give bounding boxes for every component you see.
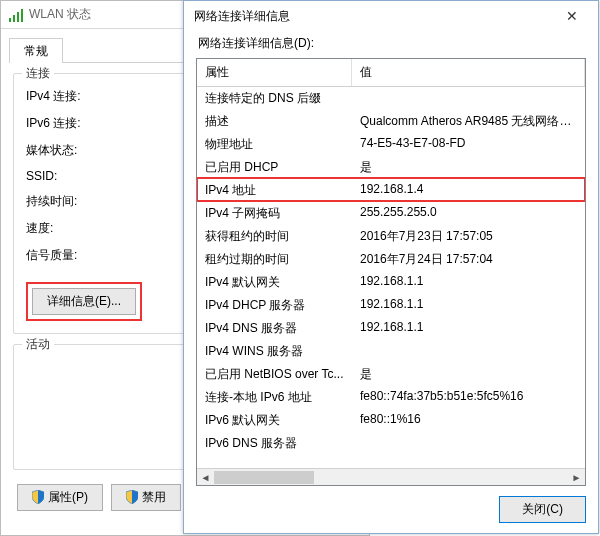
table-row[interactable]: IPv6 DNS 服务器 — [197, 432, 585, 455]
row-property: IPv4 DNS 服务器 — [197, 320, 352, 337]
row-value: 2016年7月23日 17:57:05 — [352, 228, 585, 245]
row-value: 192.168.1.1 — [352, 297, 585, 314]
details-caption: 网络连接详细信息(D): — [198, 35, 586, 52]
label-media-state: 媒体状态: — [26, 142, 116, 159]
dialog-titlebar: 网络连接详细信息 ✕ — [184, 1, 598, 31]
row-value: 192.168.1.1 — [352, 274, 585, 291]
row-value — [352, 90, 585, 107]
row-value: Qualcomm Atheros AR9485 无线网络适配 — [352, 113, 585, 130]
row-value: 是 — [352, 159, 585, 176]
row-value — [352, 343, 585, 360]
row-value — [352, 435, 585, 452]
listview-header: 属性 值 — [197, 59, 585, 87]
tab-general[interactable]: 常规 — [9, 38, 63, 63]
row-property: 已启用 DHCP — [197, 159, 352, 176]
shield-icon — [126, 490, 138, 504]
label-ipv4-conn: IPv4 连接: — [26, 88, 116, 105]
table-row[interactable]: 连接特定的 DNS 后缀 — [197, 87, 585, 110]
label-duration: 持续时间: — [26, 193, 116, 210]
row-value: fe80::1%16 — [352, 412, 585, 429]
row-value: 是 — [352, 366, 585, 383]
row-property: 连接-本地 IPv6 地址 — [197, 389, 352, 406]
row-property: IPv4 默认网关 — [197, 274, 352, 291]
details-button-highlight: 详细信息(E)... — [26, 282, 142, 321]
scroll-thumb[interactable] — [214, 471, 314, 484]
table-row[interactable]: IPv4 子网掩码255.255.255.0 — [197, 202, 585, 225]
details-button[interactable]: 详细信息(E)... — [32, 288, 136, 315]
row-property: IPv4 子网掩码 — [197, 205, 352, 222]
row-property: 获得租约的时间 — [197, 228, 352, 245]
table-row[interactable]: 连接-本地 IPv6 地址fe80::74fa:37b5:b51e:5fc5%1… — [197, 386, 585, 409]
label-speed: 速度: — [26, 220, 116, 237]
label-signal: 信号质量: — [26, 247, 116, 264]
row-property: 物理地址 — [197, 136, 352, 153]
row-value: 255.255.255.0 — [352, 205, 585, 222]
table-row[interactable]: IPv4 DNS 服务器192.168.1.1 — [197, 317, 585, 340]
table-row[interactable]: IPv4 默认网关192.168.1.1 — [197, 271, 585, 294]
row-property: IPv4 地址 — [197, 182, 352, 199]
row-value: 192.168.1.1 — [352, 320, 585, 337]
listview-body[interactable]: 连接特定的 DNS 后缀描述Qualcomm Atheros AR9485 无线… — [197, 87, 585, 468]
window-title: WLAN 状态 — [29, 6, 91, 23]
header-value[interactable]: 值 — [352, 59, 585, 86]
row-value: 192.168.1.4 — [352, 182, 585, 199]
table-row[interactable]: 已启用 DHCP是 — [197, 156, 585, 179]
table-row[interactable]: IPv4 地址192.168.1.4 — [197, 179, 585, 202]
row-property: IPv4 WINS 服务器 — [197, 343, 352, 360]
row-property: 租约过期的时间 — [197, 251, 352, 268]
properties-button[interactable]: 属性(P) — [17, 484, 103, 511]
label-ipv6-conn: IPv6 连接: — [26, 115, 116, 132]
dialog-close-button[interactable]: ✕ — [550, 4, 594, 28]
table-row[interactable]: IPv6 默认网关fe80::1%16 — [197, 409, 585, 432]
table-row[interactable]: 物理地址74-E5-43-E7-08-FD — [197, 133, 585, 156]
scroll-track[interactable] — [214, 469, 568, 485]
row-value: fe80::74fa:37b5:b51e:5fc5%16 — [352, 389, 585, 406]
properties-button-label: 属性(P) — [48, 489, 88, 506]
close-button[interactable]: 关闭(C) — [499, 496, 586, 523]
table-row[interactable]: 获得租约的时间2016年7月23日 17:57:05 — [197, 225, 585, 248]
table-row[interactable]: 描述Qualcomm Atheros AR9485 无线网络适配 — [197, 110, 585, 133]
disable-button[interactable]: 禁用 — [111, 484, 181, 511]
network-details-dialog: 网络连接详细信息 ✕ 网络连接详细信息(D): 属性 值 连接特定的 DNS 后… — [183, 0, 599, 534]
row-property: IPv4 DHCP 服务器 — [197, 297, 352, 314]
table-row[interactable]: 租约过期的时间2016年7月24日 17:57:04 — [197, 248, 585, 271]
table-row[interactable]: IPv4 DHCP 服务器192.168.1.1 — [197, 294, 585, 317]
row-property: IPv6 默认网关 — [197, 412, 352, 429]
close-icon: ✕ — [566, 8, 578, 24]
row-property: 描述 — [197, 113, 352, 130]
scroll-right-icon[interactable]: ► — [568, 469, 585, 485]
row-value: 74-E5-43-E7-08-FD — [352, 136, 585, 153]
disable-button-label: 禁用 — [142, 489, 166, 506]
header-property[interactable]: 属性 — [197, 59, 352, 86]
scroll-left-icon[interactable]: ◄ — [197, 469, 214, 485]
connection-legend: 连接 — [22, 65, 54, 82]
dialog-title: 网络连接详细信息 — [194, 8, 290, 25]
horizontal-scrollbar[interactable]: ◄ ► — [197, 468, 585, 485]
table-row[interactable]: IPv4 WINS 服务器 — [197, 340, 585, 363]
label-ssid: SSID: — [26, 169, 116, 183]
activity-legend: 活动 — [22, 336, 54, 353]
row-property: 连接特定的 DNS 后缀 — [197, 90, 352, 107]
table-row[interactable]: 已启用 NetBIOS over Tc...是 — [197, 363, 585, 386]
row-property: IPv6 DNS 服务器 — [197, 435, 352, 452]
shield-icon — [32, 490, 44, 504]
wifi-icon — [9, 8, 23, 22]
details-listview: 属性 值 连接特定的 DNS 后缀描述Qualcomm Atheros AR94… — [196, 58, 586, 486]
row-value: 2016年7月24日 17:57:04 — [352, 251, 585, 268]
row-property: 已启用 NetBIOS over Tc... — [197, 366, 352, 383]
